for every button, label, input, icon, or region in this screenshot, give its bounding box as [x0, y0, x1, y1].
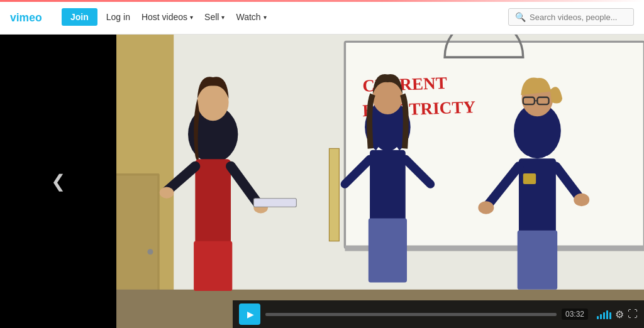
video-controls-bar: ▶ 03:32 ⚙ ⛶ — [233, 300, 644, 328]
svg-rect-19 — [195, 159, 231, 244]
svg-point-42 — [574, 194, 589, 206]
svg-rect-43 — [253, 199, 296, 207]
svg-rect-27 — [370, 150, 406, 221]
svg-point-41 — [478, 201, 494, 214]
svg-rect-16 — [329, 148, 339, 241]
svg-rect-24 — [194, 241, 232, 291]
join-button[interactable]: Join — [62, 8, 97, 26]
header: vimeo Join Log in Host videos ▾ Sell ▾ W… — [0, 0, 644, 35]
left-panel: ❮ — [0, 35, 116, 328]
host-videos-dropdown[interactable]: Host videos ▾ — [142, 12, 193, 22]
video-container: ❮ 🦋 INSTRUCTOR CURRENT ELECTRI — [0, 35, 644, 328]
svg-point-5 — [147, 249, 153, 254]
search-input[interactable] — [530, 13, 627, 22]
svg-rect-28 — [369, 218, 407, 282]
right-controls: ⚙ ⛶ — [597, 309, 638, 320]
video-frame: 🦋 INSTRUCTOR CURRENT ELECTRICTY — [116, 35, 644, 328]
sell-dropdown[interactable]: Sell ▾ — [204, 12, 225, 22]
volume-icon[interactable] — [597, 309, 611, 319]
time-display: 03:32 — [562, 309, 588, 320]
top-accent-bar — [0, 0, 644, 2]
play-button[interactable]: ▶ — [239, 303, 260, 325]
progress-bar[interactable] — [265, 313, 557, 316]
play-icon: ▶ — [247, 309, 254, 319]
svg-text:vimeo: vimeo — [10, 11, 42, 24]
svg-rect-37 — [523, 173, 536, 184]
watch-chevron-icon: ▾ — [264, 14, 267, 21]
svg-rect-36 — [519, 158, 556, 233]
sell-chevron-icon: ▾ — [221, 14, 225, 21]
host-chevron-icon: ▾ — [190, 14, 193, 21]
prev-arrow-button[interactable]: ❮ — [51, 171, 65, 192]
vimeo-logo[interactable]: vimeo — [10, 8, 54, 26]
settings-icon[interactable]: ⚙ — [615, 309, 624, 320]
fullscreen-icon[interactable]: ⛶ — [628, 309, 638, 320]
watch-dropdown[interactable]: Watch ▾ — [236, 12, 266, 22]
svg-rect-38 — [518, 231, 557, 290]
search-icon: 🔍 — [515, 12, 526, 22]
svg-point-22 — [160, 187, 174, 199]
classroom-scene: 🦋 INSTRUCTOR CURRENT ELECTRICTY — [116, 35, 644, 328]
login-link[interactable]: Log in — [106, 12, 130, 22]
search-box[interactable]: 🔍 — [508, 8, 634, 26]
